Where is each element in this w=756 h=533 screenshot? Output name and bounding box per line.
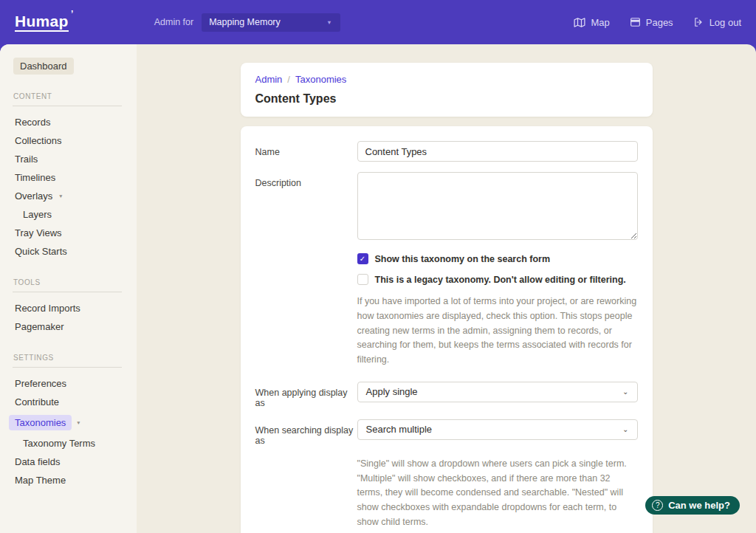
checkmark: ✓ bbox=[360, 255, 365, 263]
sidebar-item-label: Timelines bbox=[15, 172, 55, 183]
breadcrumb-separator: / bbox=[287, 74, 290, 85]
admin-for-label: Admin for bbox=[154, 17, 194, 27]
humap-logo[interactable]: Humap’ bbox=[15, 13, 69, 32]
chevron-down-icon: ⌄ bbox=[622, 388, 628, 396]
map-link-label: Map bbox=[591, 17, 609, 28]
pages-link[interactable]: Pages bbox=[630, 17, 673, 28]
sidebar-item-pagemaker[interactable]: Pagemaker bbox=[0, 317, 137, 336]
sidebar-item-label: Trails bbox=[15, 154, 38, 165]
applying-select[interactable]: Apply single ⌄ bbox=[357, 382, 638, 402]
sidebar-item-label: Data fields bbox=[15, 456, 60, 467]
name-field-wrap bbox=[357, 141, 638, 162]
applying-row: When applying display as Apply single ⌄ bbox=[255, 382, 638, 408]
map-link[interactable]: Map bbox=[574, 17, 609, 28]
breadcrumb-admin[interactable]: Admin bbox=[255, 74, 283, 85]
top-header: Humap’ Admin for Mapping Memory ▼ Map Pa… bbox=[0, 0, 756, 44]
sidebar-item-tray-views[interactable]: Tray Views bbox=[0, 224, 137, 242]
applying-field-wrap: Apply single ⌄ bbox=[357, 382, 638, 408]
sidebar-section-settings: SETTINGS bbox=[13, 354, 122, 362]
page-header-card: Admin / Taxonomies Content Types bbox=[241, 63, 653, 117]
checkbox-checked-icon[interactable]: ✓ bbox=[357, 253, 368, 264]
searching-select-value: Search multiple bbox=[366, 424, 433, 435]
pages-link-label: Pages bbox=[646, 17, 673, 28]
sidebar-item-dashboard[interactable]: Dashboard bbox=[13, 58, 74, 75]
show-on-search-label: Show this taxonomy on the search form bbox=[375, 254, 551, 264]
sidebar-item-label: Layers bbox=[23, 209, 52, 220]
sidebar-item-contribute[interactable]: Contribute bbox=[0, 393, 137, 411]
chevron-down-icon: ▼ bbox=[58, 193, 63, 199]
searching-select[interactable]: Search multiple ⌄ bbox=[357, 419, 638, 440]
sidebar-item-collections[interactable]: Collections bbox=[0, 131, 137, 150]
breadcrumb: Admin / Taxonomies bbox=[255, 74, 638, 85]
chevron-down-icon: ⌄ bbox=[622, 425, 628, 433]
chevron-down-icon: ▼ bbox=[327, 19, 332, 25]
sidebar-item-data-fields[interactable]: Data fields bbox=[0, 453, 137, 471]
project-select-value: Mapping Memory bbox=[209, 17, 281, 27]
main-area: Admin / Taxonomies Content Types Name De… bbox=[137, 44, 756, 533]
sidebar-item-taxonomies[interactable]: Taxonomies▼ bbox=[0, 411, 137, 434]
sidebar-item-timelines[interactable]: Timelines bbox=[0, 168, 137, 187]
checkbox-unchecked-icon[interactable] bbox=[357, 274, 368, 285]
legacy-checkbox-row[interactable]: This is a legacy taxonomy. Don't allow e… bbox=[357, 274, 638, 285]
description-field-wrap bbox=[357, 172, 638, 243]
logo-trademark: ’ bbox=[71, 10, 74, 19]
project-select[interactable]: Mapping Memory ▼ bbox=[202, 13, 340, 32]
applying-select-value: Apply single bbox=[366, 386, 418, 397]
sidebar: Dashboard CONTENT Records Collections Tr… bbox=[0, 44, 137, 533]
sidebar-item-layers[interactable]: Layers bbox=[0, 205, 137, 224]
section-divider bbox=[13, 106, 122, 106]
question-circle-icon: ? bbox=[652, 500, 663, 511]
sidebar-item-label: Taxonomy Terms bbox=[23, 438, 95, 449]
name-label: Name bbox=[255, 141, 357, 162]
description-textarea[interactable] bbox=[357, 172, 638, 240]
sidebar-item-label: Quick Starts bbox=[15, 246, 67, 257]
sidebar-item-label: Map Theme bbox=[15, 475, 66, 486]
sidebar-item-label: Taxonomies bbox=[9, 415, 72, 430]
sidebar-item-label: Contribute bbox=[15, 396, 59, 408]
pages-icon bbox=[630, 17, 641, 27]
sidebar-item-record-imports[interactable]: Record Imports bbox=[0, 299, 137, 317]
sidebar-item-label: Overlays bbox=[15, 190, 52, 202]
logout-icon bbox=[693, 17, 704, 27]
searching-label: When searching display as bbox=[255, 419, 357, 446]
can-we-help-button[interactable]: ? Can we help? bbox=[645, 496, 740, 515]
sidebar-item-overlays[interactable]: Overlays▼ bbox=[0, 187, 137, 205]
sidebar-item-label: Collections bbox=[15, 135, 62, 146]
sidebar-item-label: Pagemaker bbox=[15, 321, 63, 332]
searching-field-wrap: Search multiple ⌄ bbox=[357, 419, 638, 446]
sidebar-item-map-theme[interactable]: Map Theme bbox=[0, 471, 137, 489]
taxonomy-form-card: Name Description ✓ Show this taxonomy on… bbox=[241, 126, 653, 533]
sidebar-section-tools: TOOLS bbox=[13, 278, 122, 286]
name-input[interactable] bbox=[357, 141, 638, 162]
sidebar-section-content: CONTENT bbox=[13, 92, 122, 100]
section-divider bbox=[13, 292, 122, 292]
logout-link-label: Log out bbox=[709, 17, 741, 28]
legacy-label: This is a legacy taxonomy. Don't allow e… bbox=[375, 275, 626, 285]
logout-link[interactable]: Log out bbox=[693, 17, 741, 28]
sidebar-item-label: Preferences bbox=[15, 378, 66, 389]
description-label: Description bbox=[255, 172, 357, 243]
map-icon bbox=[574, 17, 585, 28]
can-we-help-label: Can we help? bbox=[668, 500, 730, 511]
chevron-down-icon: ▼ bbox=[76, 420, 81, 426]
show-on-search-checkbox-row[interactable]: ✓ Show this taxonomy on the search form bbox=[357, 253, 638, 264]
sidebar-item-records[interactable]: Records bbox=[0, 113, 137, 131]
sidebar-item-quick-starts[interactable]: Quick Starts bbox=[0, 242, 137, 261]
description-row: Description bbox=[255, 172, 638, 243]
sidebar-item-label: Tray Views bbox=[15, 227, 62, 238]
name-row: Name bbox=[255, 141, 638, 162]
header-nav: Map Pages Log out bbox=[574, 17, 741, 28]
sidebar-item-taxonomy-terms[interactable]: Taxonomy Terms bbox=[0, 434, 137, 453]
sidebar-item-label: Records bbox=[15, 117, 50, 128]
content-wrapper: Dashboard CONTENT Records Collections Tr… bbox=[0, 44, 756, 533]
applying-label: When applying display as bbox=[255, 382, 357, 408]
logo-text: Humap bbox=[15, 13, 69, 30]
breadcrumb-taxonomies[interactable]: Taxonomies bbox=[295, 74, 346, 85]
sidebar-item-label: Record Imports bbox=[15, 303, 80, 314]
section-divider bbox=[13, 367, 122, 368]
sidebar-item-preferences[interactable]: Preferences bbox=[0, 374, 137, 393]
searching-row: When searching display as Search multipl… bbox=[255, 419, 638, 446]
legacy-help-text: If you have imported a lot of terms into… bbox=[357, 295, 638, 368]
admin-for-group: Admin for Mapping Memory ▼ bbox=[154, 13, 341, 32]
sidebar-item-trails[interactable]: Trails bbox=[0, 150, 137, 168]
